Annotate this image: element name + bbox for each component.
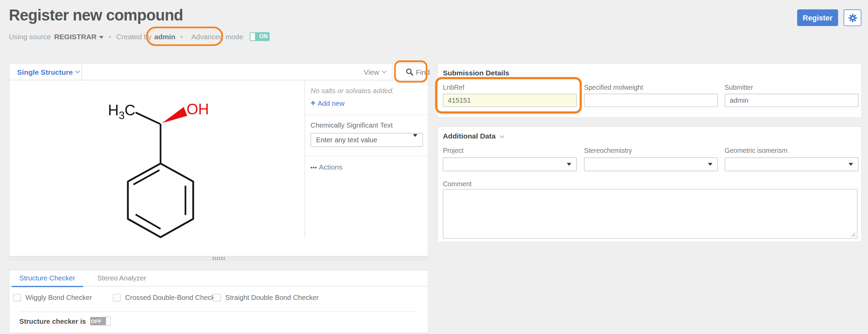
divider bbox=[304, 115, 429, 115]
straight-double-bond-checkbox[interactable] bbox=[213, 294, 221, 302]
checkbox-crossed-double-bond[interactable]: Crossed Double-Bond Checker bbox=[113, 294, 221, 302]
checkbox-straight-double-bond[interactable]: Straight Double Bond Checker bbox=[213, 294, 319, 302]
source-value: REGISTRAR bbox=[54, 32, 96, 41]
field-project: Project bbox=[443, 147, 577, 171]
straight-double-bond-label: Straight Double Bond Checker bbox=[225, 294, 319, 302]
toggle-state: OFF bbox=[90, 317, 102, 325]
ellipsis-icon bbox=[310, 167, 312, 169]
geometric-isomerism-label: Geometric isomerism bbox=[725, 147, 858, 155]
structure-checker-toggle[interactable]: OFF bbox=[90, 317, 107, 325]
molecule-drawing: H3C OH bbox=[10, 81, 305, 257]
stereochemistry-label: Stereochemistry bbox=[584, 147, 718, 155]
chevron-down-icon bbox=[382, 69, 386, 73]
toggle-state: ON bbox=[257, 32, 270, 41]
salts-empty-text: No salts or solvates added. bbox=[310, 87, 423, 95]
field-lnbref: LnbRef bbox=[443, 84, 577, 107]
caret-down-icon bbox=[708, 163, 713, 166]
caret-down-icon bbox=[99, 36, 104, 39]
divider bbox=[19, 311, 418, 312]
find-button-label: Find bbox=[416, 68, 430, 76]
tab-stereo-analyzer[interactable]: Stereo Analyzer bbox=[90, 270, 154, 286]
additional-data-header[interactable]: Additional Data bbox=[443, 132, 504, 140]
methyl-group-label: H3C bbox=[108, 102, 136, 121]
gear-icon bbox=[848, 13, 857, 23]
specified-molweight-input[interactable] bbox=[584, 94, 718, 107]
structure-canvas[interactable]: H3C OH bbox=[10, 81, 305, 257]
wiggly-bond-checkbox[interactable] bbox=[13, 294, 21, 302]
cst-label: Chemically Significant Text bbox=[310, 121, 423, 129]
source-dropdown[interactable]: REGISTRAR bbox=[54, 32, 104, 41]
header-subtitle: Using source REGISTRAR • Created by admi… bbox=[9, 32, 270, 42]
submission-details-title: Submission Details bbox=[443, 69, 509, 77]
toolbar-divider bbox=[392, 64, 393, 81]
comment-label: Comment bbox=[443, 180, 471, 188]
crossed-double-bond-checkbox[interactable] bbox=[113, 294, 121, 302]
add-new-label: Add new bbox=[318, 100, 345, 107]
additional-data-card: Additional Data Project Stereochemistry … bbox=[437, 126, 862, 242]
submitter-input[interactable] bbox=[725, 94, 858, 107]
lnbref-label: LnbRef bbox=[443, 84, 577, 91]
comment-textarea[interactable] bbox=[443, 189, 857, 239]
checker-status-row: Structure checker is OFF bbox=[19, 317, 107, 325]
structure-side-column: No salts or solvates added. + Add new Ch… bbox=[304, 81, 429, 256]
using-source-label: Using source bbox=[9, 32, 51, 41]
cst-select[interactable]: Enter any text value bbox=[310, 133, 423, 147]
tab-single-structure[interactable]: Single Structure bbox=[10, 64, 82, 81]
view-menu-button[interactable]: View bbox=[364, 64, 386, 81]
caret-down-icon bbox=[413, 134, 417, 137]
chevron-down-icon bbox=[75, 69, 80, 73]
settings-button[interactable] bbox=[844, 10, 862, 26]
register-button-label: Register bbox=[803, 14, 833, 22]
caret-down-icon bbox=[567, 163, 571, 166]
caret-down-icon bbox=[849, 163, 853, 166]
plus-icon: + bbox=[310, 98, 315, 108]
search-icon bbox=[406, 68, 414, 76]
submitter-label: Submitter bbox=[725, 84, 858, 91]
project-select[interactable] bbox=[443, 157, 577, 171]
actions-menu-button[interactable]: Actions bbox=[310, 163, 423, 171]
checkbox-wiggly-bond[interactable]: Wiggly Bond Checker bbox=[13, 294, 92, 302]
resize-grip-icon[interactable] bbox=[851, 232, 856, 237]
tab-structure-checker-label: Structure Checker bbox=[19, 274, 75, 282]
geometric-isomerism-select[interactable] bbox=[725, 157, 858, 171]
tab-stereo-analyzer-label: Stereo Analyzer bbox=[97, 274, 146, 282]
advanced-mode-toggle[interactable]: ON bbox=[250, 32, 270, 41]
field-geometric-isomerism: Geometric isomerism bbox=[725, 147, 858, 171]
divider bbox=[304, 156, 429, 156]
page: Register new compound Using source REGIS… bbox=[0, 0, 868, 334]
register-button[interactable]: Register bbox=[797, 10, 838, 26]
resize-bar[interactable] bbox=[10, 256, 428, 260]
toggle-knob bbox=[250, 33, 256, 41]
hydroxyl-group-label: OH bbox=[186, 101, 209, 117]
project-label: Project bbox=[443, 147, 577, 155]
add-new-link[interactable]: + Add new bbox=[310, 99, 345, 108]
checker-status-label: Structure checker is bbox=[19, 317, 86, 325]
tab-single-structure-label: Single Structure bbox=[17, 68, 73, 76]
created-by-value: admin bbox=[154, 32, 176, 41]
additional-data-title: Additional Data bbox=[443, 132, 496, 140]
structure-checker-card: Structure Checker Stereo Analyzer Wiggly… bbox=[9, 270, 428, 333]
field-specified-molweight: Specified molweight bbox=[584, 84, 718, 107]
wiggly-bond-label: Wiggly Bond Checker bbox=[26, 294, 92, 302]
submission-details-card: Submission Details LnbRef Specified molw… bbox=[437, 63, 862, 118]
actions-label: Actions bbox=[319, 163, 342, 171]
field-submitter: Submitter bbox=[725, 84, 858, 107]
view-menu-label: View bbox=[364, 68, 379, 76]
advanced-mode-label: Advanced mode bbox=[191, 32, 243, 41]
dot-separator: • bbox=[109, 32, 111, 41]
dot-separator: • bbox=[180, 32, 183, 41]
find-button[interactable]: Find bbox=[406, 64, 430, 81]
chevron-down-icon bbox=[500, 133, 505, 138]
checker-options-row: Wiggly Bond Checker Crossed Double-Bond … bbox=[10, 294, 428, 303]
specified-molweight-label: Specified molweight bbox=[584, 84, 718, 91]
tab-structure-checker[interactable]: Structure Checker bbox=[12, 270, 83, 286]
toggle-knob bbox=[106, 317, 111, 326]
stereochemistry-select[interactable] bbox=[584, 157, 718, 171]
lnbref-input[interactable] bbox=[443, 94, 577, 107]
structure-editor-card: Single Structure View Find bbox=[9, 63, 428, 260]
checker-tabbar: Structure Checker Stereo Analyzer bbox=[10, 271, 428, 287]
page-title: Register new compound bbox=[9, 6, 183, 24]
structure-tabbar: Single Structure View Find bbox=[10, 64, 428, 81]
created-by-label: Created by bbox=[116, 32, 151, 41]
crossed-double-bond-label: Crossed Double-Bond Checker bbox=[125, 294, 221, 302]
